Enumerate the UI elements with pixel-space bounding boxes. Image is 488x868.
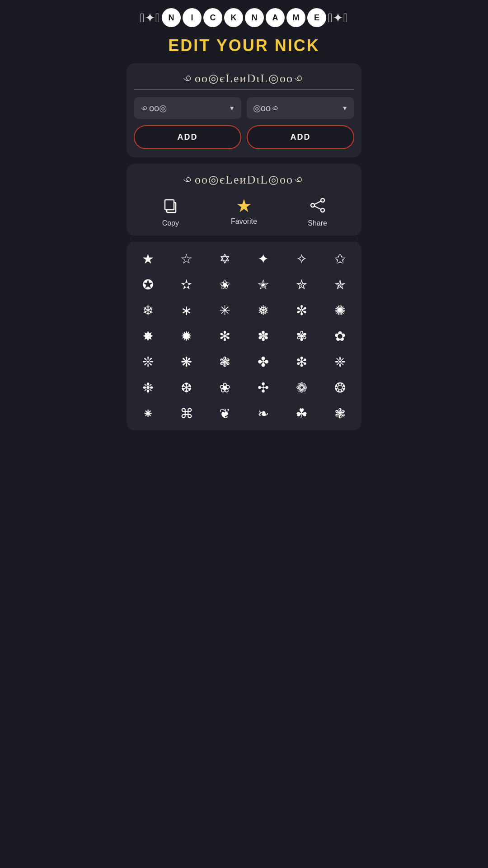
symbol-sunburst[interactable]: ✺ [323,300,357,321]
symbol-star-of-david[interactable]: ✡ [208,248,242,269]
favorite-star-icon: ★ [236,197,252,215]
header-deco-right: 𓁿✦𓆤 [328,10,348,25]
symbol-sparkle-4pt[interactable]: ✧ [285,248,319,269]
symbol-asterisk[interactable]: ∗ [169,300,203,321]
symbol-outlined-star2[interactable]: ✬ [208,274,242,295]
add-left-label: ADD [178,132,198,142]
symbol-asterisk3[interactable]: ❋ [169,351,203,373]
symbol-heavy8pt[interactable]: ✻ [208,326,242,347]
symbol-sparkle-alt[interactable]: ❆ [169,377,203,398]
symbol-dots-cross[interactable]: ✣ [246,377,280,398]
add-left-button[interactable]: ADD [134,125,241,149]
right-suffix-dropdown[interactable]: ◎oo꩜ ▼ [247,97,354,119]
symbol-snowflake-alt[interactable]: ❉ [131,377,165,398]
dropdowns-row: ꩜oo◎ ▼ ◎oo꩜ ▼ [134,97,354,119]
symbol-large-asterisk[interactable]: ❃ [208,351,242,373]
symbol-3asterisk[interactable]: ✳ [208,300,242,321]
symbol-small-dotstar[interactable]: ⁕ [131,403,165,424]
add-buttons-row: ADD ADD [134,125,354,149]
favorite-action-button[interactable]: ★ Favorite [226,197,262,226]
symbol-6petal[interactable]: ✼ [285,300,319,321]
symbol-bump[interactable]: ⌘ [169,403,203,424]
share-label: Share [308,219,327,227]
nick-letter-c: C [203,8,222,27]
preview-card: ꩜oo◎єLeиDιL◎oo꩜ Copy ★ Favorite [127,164,361,236]
add-right-button[interactable]: ADD [247,125,354,149]
symbol-3petal-round[interactable]: ❁ [285,377,319,398]
symbol-branch[interactable]: ❃ [323,403,357,424]
svg-line-5 [314,201,321,204]
nick-letter-m: M [286,8,305,27]
symbol-6thin[interactable]: ✿ [323,326,357,347]
right-dropdown-arrow: ▼ [342,104,348,112]
symbol-4petal-round[interactable]: ❂ [323,377,357,398]
nick-letter-n2: N [245,8,264,27]
header: 𓆤✦𓁿 N I C K N A M E 𓁿✦𓆤 [122,0,366,32]
symbol-3leaf[interactable]: ❇ [285,351,319,373]
svg-point-3 [311,203,314,207]
symbol-grid: ★ ☆ ✡ ✦ ✧ ✩ ✪ ✫ ✬ ✭ ✮ ✯ ❄ ∗ ✳ ❅ ✼ ✺ ✸ ✹ … [131,248,357,424]
preview-nick: ꩜oo◎єLeиDιL◎oo꩜ [134,173,354,187]
nick-letter-e: E [307,8,326,27]
symbol-3arrow[interactable]: ❈ [323,351,357,373]
copy-icon [162,197,179,217]
svg-point-4 [321,208,324,212]
symbol-thin-star[interactable]: ✩ [323,248,357,269]
nick-letter-a: A [266,8,285,27]
svg-line-6 [314,206,321,209]
action-buttons-row: Copy ★ Favorite Share [134,197,354,227]
header-deco-left: 𓆤✦𓁿 [140,10,160,25]
nick-letter-n: N [162,8,181,27]
symbol-flower[interactable]: ❀ [208,377,242,398]
symbol-striped-star[interactable]: ✮ [285,274,319,295]
symbol-4arrow[interactable]: ✤ [246,351,280,373]
symbol-circled-star[interactable]: ✪ [131,274,165,295]
svg-point-2 [321,198,324,202]
symbol-snowcluster[interactable]: ❄ [131,300,165,321]
share-action-button[interactable]: Share [300,197,336,227]
nickname-letters: N I C K N A M E [162,8,326,27]
symbol-heavy-asterisk[interactable]: ✸ [131,326,165,347]
symbol-filled-star[interactable]: ★ [131,248,165,269]
symbol-8point[interactable]: ✹ [169,326,203,347]
symbol-bow[interactable]: ❦ [208,403,242,424]
symbol-3bubble[interactable]: ❧ [246,403,280,424]
left-dropdown-arrow: ▼ [229,104,235,112]
nick-letter-k: K [224,8,243,27]
favorite-label: Favorite [231,217,257,226]
symbol-small-star[interactable]: ✯ [323,274,357,295]
copy-action-button[interactable]: Copy [152,197,188,227]
share-icon [309,197,326,217]
svg-rect-1 [165,200,174,210]
left-prefix-value: ꩜oo◎ [140,103,167,113]
symbol-fleur[interactable]: ☘ [285,403,319,424]
right-suffix-value: ◎oo꩜ [253,103,280,113]
symbol-cross-star[interactable]: ✾ [285,326,319,347]
symbol-4point-diamond[interactable]: ✦ [246,248,280,269]
copy-label: Copy [162,219,179,227]
symbol-snowflake6[interactable]: ❅ [246,300,280,321]
symbol-asterisk2[interactable]: ❊ [131,351,165,373]
main-card: ꩜oo◎єLeиDιL◎oo꩜ ꩜oo◎ ▼ ◎oo꩜ ▼ ADD ADD [127,63,361,157]
add-right-label: ADD [291,132,311,142]
symbol-outline-star[interactable]: ☆ [169,248,203,269]
page-title: EDIT YOUR NICK [122,36,366,55]
symbol-open-star[interactable]: ✭ [246,274,280,295]
symbol-bold-star[interactable]: ✫ [169,274,203,295]
nick-letter-i: I [183,8,202,27]
nick-display[interactable]: ꩜oo◎єLeиDιL◎oo꩜ [134,71,354,90]
symbol-card: ★ ☆ ✡ ✦ ✧ ✩ ✪ ✫ ✬ ✭ ✮ ✯ ❄ ∗ ✳ ❅ ✼ ✺ ✸ ✹ … [127,242,361,430]
symbol-8petal[interactable]: ✽ [246,326,280,347]
left-prefix-dropdown[interactable]: ꩜oo◎ ▼ [134,97,241,119]
